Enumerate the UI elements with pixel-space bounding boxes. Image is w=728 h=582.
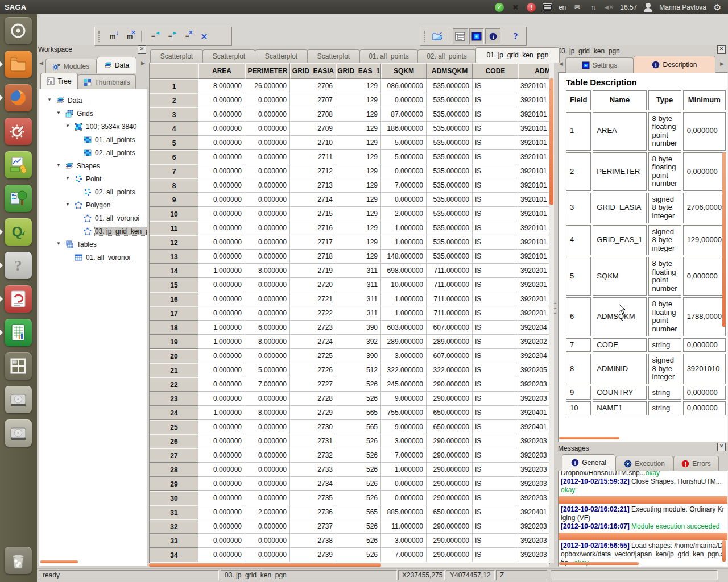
cell-grid_eas_1[interactable]: 129 bbox=[336, 150, 381, 164]
cell-grid_easia[interactable]: 2718 bbox=[290, 250, 336, 264]
cell-sqkm[interactable]: 5.000000 bbox=[381, 150, 427, 164]
cell-sqkm[interactable]: 0.000000 bbox=[381, 164, 427, 178]
workspace-viewtab-thumbnails[interactable]: Thumbnails bbox=[78, 74, 136, 89]
launcher-disk-2[interactable] bbox=[5, 419, 32, 447]
cell-adminid[interactable]: 3920101 bbox=[518, 150, 550, 164]
cell-grid_easia[interactable]: 2712 bbox=[290, 164, 336, 178]
delete-all-records-button[interactable]: ✕ bbox=[196, 28, 212, 44]
cell-perimeter[interactable]: 0.000000 bbox=[245, 93, 290, 107]
cell-code[interactable]: IS bbox=[473, 491, 518, 505]
cell-area[interactable]: 0.000000 bbox=[198, 93, 245, 107]
launcher-evince[interactable] bbox=[5, 285, 32, 313]
column-header-admsqkm[interactable]: ADMSQKM bbox=[427, 63, 473, 79]
tree-item-02-all-points[interactable]: 02. all_points bbox=[39, 186, 147, 199]
cell-code[interactable]: IS bbox=[473, 264, 518, 278]
row-number-cell[interactable]: 11 bbox=[150, 221, 198, 235]
tree-item-02-all-points[interactable]: 02. all_points bbox=[39, 147, 147, 160]
cell-sqkm[interactable]: 9.000000 bbox=[381, 420, 427, 434]
cell-perimeter[interactable]: 0.000000 bbox=[245, 107, 290, 122]
row-number-cell[interactable]: 27 bbox=[150, 448, 198, 463]
cell-admsqkm[interactable]: 535.000000 bbox=[427, 207, 473, 221]
cell-adminid[interactable]: 3920201 bbox=[518, 264, 550, 278]
cell-code[interactable]: IS bbox=[473, 136, 518, 150]
cell-perimeter[interactable]: 0.000000 bbox=[245, 477, 290, 491]
row-number-cell[interactable]: 16 bbox=[150, 292, 198, 306]
row-number-cell[interactable]: 4 bbox=[150, 122, 198, 136]
cell-adminid[interactable]: 3920203 bbox=[518, 534, 550, 548]
row-number-cell[interactable]: 10 bbox=[150, 207, 198, 221]
cell-admsqkm[interactable]: 290.000000 bbox=[427, 434, 473, 448]
cell-admsqkm[interactable]: 290.000000 bbox=[427, 491, 473, 505]
workspace-tab-scroll-right[interactable]: ▶ bbox=[141, 60, 145, 66]
cell-perimeter[interactable]: 0.000000 bbox=[245, 136, 290, 150]
cell-sqkm[interactable]: 603.000000 bbox=[381, 321, 427, 335]
tree-item-03-jp-grid-ken-pgn[interactable]: 03. jp_grid_ken_pgn bbox=[39, 226, 147, 238]
expander-icon[interactable]: ▼ bbox=[56, 241, 61, 246]
add-record-button[interactable]: ≡◂ bbox=[145, 28, 161, 44]
cell-admsqkm[interactable]: 535.000000 bbox=[427, 150, 473, 164]
launcher-firefox[interactable] bbox=[5, 84, 32, 111]
row-number-cell[interactable]: 18 bbox=[150, 321, 198, 335]
description-hscrollbar-thumb[interactable] bbox=[559, 436, 619, 439]
document-tab-scatterplot[interactable]: Scatterplot bbox=[150, 49, 203, 63]
cell-sqkm[interactable]: 1.000000 bbox=[381, 463, 427, 477]
document-tab-scatterplot[interactable]: Scatterplot bbox=[202, 49, 255, 63]
cell-admsqkm[interactable]: 535.000000 bbox=[427, 107, 473, 122]
cell-grid_eas_1[interactable]: 129 bbox=[336, 93, 381, 107]
row-number-cell[interactable]: 32 bbox=[150, 519, 198, 534]
cell-adminid[interactable]: 3920204 bbox=[518, 349, 550, 363]
cell-admsqkm[interactable]: 535.000000 bbox=[427, 250, 473, 264]
cell-grid_easia[interactable]: 2733 bbox=[290, 463, 336, 477]
cell-adminid[interactable]: 3920101 bbox=[518, 193, 550, 207]
cell-grid_eas_1[interactable]: 526 bbox=[336, 548, 381, 562]
cell-grid_eas_1[interactable]: 129 bbox=[336, 221, 381, 235]
show-info-view-button[interactable]: i bbox=[485, 28, 500, 44]
cell-grid_eas_1[interactable]: 526 bbox=[336, 519, 381, 534]
cell-perimeter[interactable]: 0.000000 bbox=[245, 548, 290, 562]
cell-code[interactable]: IS bbox=[473, 406, 518, 420]
cell-perimeter[interactable]: 0.000000 bbox=[245, 491, 290, 505]
panel-splitter[interactable] bbox=[553, 48, 557, 566]
cell-sqkm[interactable]: 7.000000 bbox=[381, 178, 427, 193]
cell-grid_eas_1[interactable]: 392 bbox=[336, 335, 381, 349]
cell-area[interactable]: 0.000000 bbox=[198, 136, 245, 150]
add-field-button[interactable]: m↓ bbox=[105, 28, 121, 44]
expander-icon[interactable]: ▼ bbox=[56, 163, 61, 168]
insert-record-button[interactable]: ≡▸ bbox=[162, 28, 178, 44]
cell-code[interactable]: IS bbox=[473, 519, 518, 534]
cell-area[interactable]: 0.000000 bbox=[198, 534, 245, 548]
cell-sqkm[interactable]: 87.000000 bbox=[381, 107, 427, 122]
cell-code[interactable]: IS bbox=[473, 392, 518, 406]
cell-grid_eas_1[interactable]: 129 bbox=[336, 193, 381, 207]
cell-code[interactable]: IS bbox=[473, 278, 518, 292]
alert-icon[interactable]: ! bbox=[527, 2, 536, 12]
delete-field-button[interactable]: m✕ bbox=[122, 28, 138, 44]
cell-area[interactable]: 0.000000 bbox=[198, 292, 245, 306]
cell-area[interactable]: 0.000000 bbox=[198, 122, 245, 136]
cell-perimeter[interactable]: 5.000000 bbox=[245, 363, 290, 377]
cell-adminid[interactable]: 3920101 bbox=[518, 107, 550, 122]
cell-sqkm[interactable]: 245.000000 bbox=[381, 377, 427, 392]
cell-grid_eas_1[interactable]: 526 bbox=[336, 491, 381, 505]
cell-adminid[interactable]: 3920201 bbox=[518, 278, 550, 292]
cell-code[interactable]: IS bbox=[473, 164, 518, 178]
tree-item-01-all-voronoi[interactable]: 01. all_voronoi bbox=[39, 213, 147, 225]
cell-grid_eas_1[interactable]: 129 bbox=[336, 164, 381, 178]
cell-grid_easia[interactable]: 2731 bbox=[290, 434, 336, 448]
cell-area[interactable]: 0.000000 bbox=[198, 463, 245, 477]
cell-grid_eas_1[interactable]: 565 bbox=[336, 420, 381, 434]
table-vscrollbar-thumb[interactable] bbox=[549, 78, 553, 205]
cell-adminid[interactable]: 3920203 bbox=[518, 434, 550, 448]
cell-adminid[interactable]: 3920203 bbox=[518, 377, 550, 392]
cell-perimeter[interactable]: 7.000000 bbox=[245, 377, 290, 392]
cell-grid_easia[interactable]: 2736 bbox=[290, 505, 336, 519]
cell-adminid[interactable]: 3920101 bbox=[518, 136, 550, 150]
cell-adminid[interactable]: 3920101 bbox=[518, 122, 550, 136]
cell-grid_eas_1[interactable]: 390 bbox=[336, 349, 381, 363]
messages-close-icon[interactable]: ✕ bbox=[717, 443, 726, 451]
messages-tab-execution[interactable]: Execution bbox=[615, 456, 673, 471]
expander-icon[interactable]: ▼ bbox=[65, 123, 70, 128]
cell-code[interactable]: IS bbox=[473, 250, 518, 264]
cell-perimeter[interactable]: 0.000000 bbox=[245, 278, 290, 292]
messages-tab-general[interactable]: iGeneral bbox=[562, 454, 615, 471]
